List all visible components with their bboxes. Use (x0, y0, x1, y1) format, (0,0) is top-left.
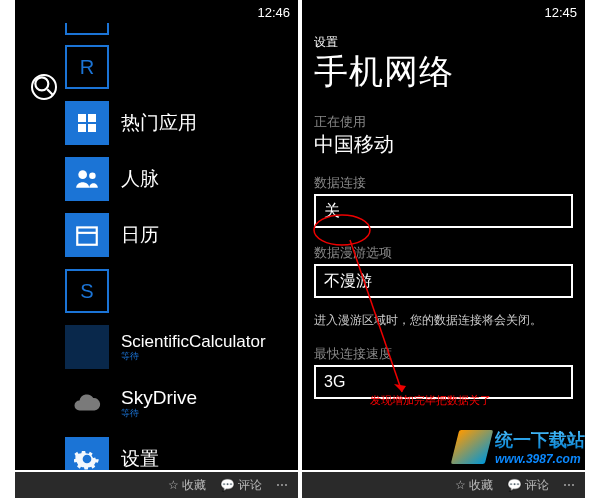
people-icon (65, 157, 109, 201)
roaming-select[interactable]: 不漫游 (314, 264, 573, 298)
app-skydrive[interactable]: SkyDrive 等待 (65, 378, 294, 428)
cloud-icon (65, 381, 109, 425)
annotation-text: 发现增加完毕把数据关了 (370, 393, 491, 408)
svg-point-0 (35, 77, 48, 90)
article-toolbar-left: ☆ 收藏 💬 评论 ⋯ (15, 472, 298, 498)
app-label: 热门应用 (121, 110, 197, 136)
prev-letter-tile[interactable] (65, 23, 109, 35)
app-label: 人脉 (121, 166, 159, 192)
letter-tile: S (65, 269, 109, 313)
store-icon (65, 101, 109, 145)
app-hot[interactable]: 热门应用 (65, 98, 294, 148)
phone-app-list: 12:46 R 热门应用 (15, 0, 298, 470)
more-button[interactable]: ⋯ (276, 478, 288, 492)
gear-icon (65, 437, 109, 470)
svg-line-1 (47, 89, 52, 94)
letter-tile: R (65, 45, 109, 89)
svg-rect-2 (78, 114, 86, 122)
data-connection-select[interactable]: 关 (314, 194, 573, 228)
app-settings[interactable]: 设置 (65, 434, 294, 470)
svg-rect-4 (78, 124, 86, 132)
select-value: 关 (324, 201, 340, 222)
calendar-icon (65, 213, 109, 257)
data-connection-label: 数据连接 (314, 174, 573, 192)
app-calendar[interactable]: 日历 (65, 210, 294, 260)
pending-icon (65, 325, 109, 369)
fav-button[interactable]: ☆ 收藏 (168, 477, 206, 494)
search-icon (31, 73, 57, 102)
svg-point-6 (78, 170, 87, 179)
comment-button[interactable]: 💬 评论 (507, 477, 549, 494)
status-bar: 12:46 (15, 0, 298, 22)
roaming-note: 进入漫游区域时，您的数据连接将会关闭。 (314, 312, 573, 329)
more-button[interactable]: ⋯ (563, 478, 575, 492)
svg-rect-5 (88, 124, 96, 132)
select-value: 3G (324, 373, 345, 391)
speed-label: 最快连接速度 (314, 345, 573, 363)
jump-letter-r[interactable]: R (65, 42, 294, 92)
comment-button[interactable]: 💬 评论 (220, 477, 262, 494)
select-value: 不漫游 (324, 271, 372, 292)
clock: 12:46 (257, 5, 290, 20)
fav-button[interactable]: ☆ 收藏 (455, 477, 493, 494)
page-title: 手机网络 (314, 49, 573, 95)
svg-rect-8 (77, 227, 97, 244)
watermark-name: 统一下载站 (495, 428, 585, 452)
app-people[interactable]: 人脉 (65, 154, 294, 204)
svg-point-7 (89, 173, 96, 180)
app-label: ScientificCalculator (121, 332, 266, 352)
watermark-logo-icon (451, 430, 493, 464)
carrier-value: 中国移动 (314, 131, 573, 158)
app-scicalc[interactable]: ScientificCalculator 等待 (65, 322, 294, 372)
roaming-label: 数据漫游选项 (314, 244, 573, 262)
app-label: SkyDrive (121, 387, 197, 409)
jump-letter-s[interactable]: S (65, 266, 294, 316)
app-label: 日历 (121, 222, 159, 248)
watermark: 统一下载站 www.3987.com (455, 428, 585, 466)
app-label: 设置 (121, 446, 159, 470)
search-button[interactable] (31, 74, 57, 100)
status-bar: 12:45 (302, 0, 585, 22)
clock: 12:45 (544, 5, 577, 20)
svg-rect-3 (88, 114, 96, 122)
article-toolbar-right: ☆ 收藏 💬 评论 ⋯ (302, 472, 585, 498)
watermark-url: www.3987.com (495, 452, 585, 466)
carrier-label: 正在使用 (314, 113, 573, 131)
